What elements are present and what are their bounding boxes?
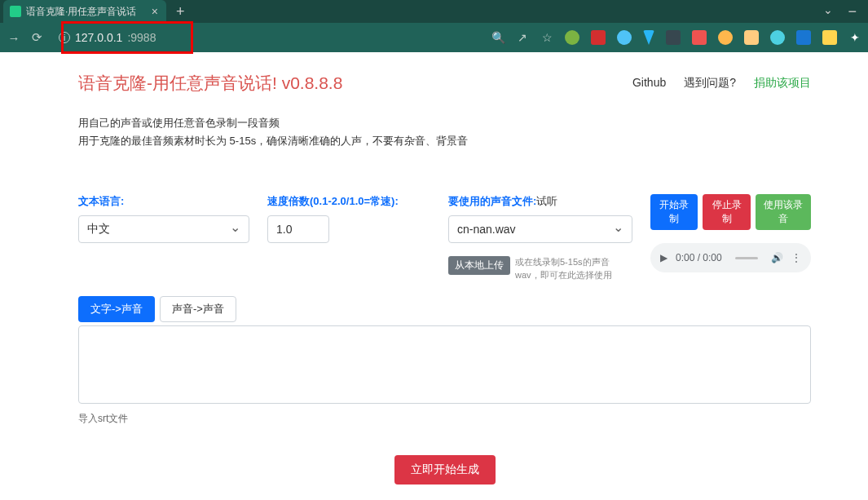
extension-icon-9[interactable] [770,30,785,45]
forward-icon[interactable]: → [7,31,21,45]
form-card: 文本语言: 中文 速度倍数(0.1-2.0/1.0=常速): 要使用的声音文件:… [78,179,811,500]
tab-text-to-voice[interactable]: 文字->声音 [78,296,155,322]
tab-close-icon[interactable]: × [152,5,158,18]
text-input[interactable] [78,325,811,404]
voice-label: 要使用的声音文件:试听 [448,194,632,209]
extension-icon-3[interactable] [617,30,632,45]
window-controls: ⌄ − [823,3,868,20]
upload-row: 从本地上传 或在线录制5-15s的声音wav，即可在此选择使用 [448,256,632,281]
tab-favicon [10,6,21,17]
donate-link[interactable]: 捐助该项目 [754,76,811,91]
page-header: 语音克隆-用任意声音说话! v0.8.8.8 Github 遇到问题? 捐助该项… [78,72,811,95]
browser-tab[interactable]: 语音克隆·用任意声音说话 × [3,0,166,23]
audio-time: 0:00 / 0:00 [676,252,722,263]
record-column: 开始录制 停止录制 使用该录音 ▶ 0:00 / 0:00 🔊 ⋮ [650,194,811,281]
textarea-wrap [78,325,811,407]
extension-icon-5[interactable] [666,30,681,45]
form-row-top: 文本语言: 中文 速度倍数(0.1-2.0/1.0=常速): 要使用的声音文件:… [78,194,811,281]
new-tab-button[interactable]: + [176,3,185,20]
extension-icon-2[interactable] [591,30,606,45]
url-port: :9988 [127,31,156,44]
lang-value: 中文 [87,222,110,237]
url-host: 127.0.0.1 [75,31,122,44]
voice-column: 要使用的声音文件:试听 cn-nan.wav 从本地上传 或在线录制5-15s的… [448,194,632,281]
upload-button[interactable]: 从本地上传 [448,256,510,275]
speed-input[interactable] [267,215,329,243]
window-minimize2-icon[interactable]: − [848,3,857,20]
voice-label-text: 要使用的声音文件: [448,195,536,207]
description-line2: 用于克隆的最佳音频素材时长为 5-15s，确保清晰准确的人声，不要有杂音、背景音 [78,132,811,150]
voice-select[interactable]: cn-nan.wav [448,215,632,243]
extension-icon-10[interactable] [796,30,811,45]
lang-column: 文本语言: 中文 [78,194,249,281]
share-icon[interactable]: ↗ [516,31,529,44]
extension-icon-4[interactable] [643,30,654,45]
voice-preview-link[interactable]: 试听 [536,195,557,207]
lang-label: 文本语言: [78,194,249,209]
audio-track[interactable] [735,257,758,259]
extension-icon-8[interactable] [744,30,759,45]
start-record-button[interactable]: 开始录制 [650,194,698,230]
generate-button[interactable]: 立即开始生成 [394,455,496,485]
speed-label: 速度倍数(0.1-2.0/1.0=常速): [267,194,430,209]
volume-icon[interactable]: 🔊 [771,252,783,263]
tab-voice-to-voice[interactable]: 声音->声音 [160,296,236,322]
faq-link[interactable]: 遇到问题? [684,76,736,91]
play-icon[interactable]: ▶ [660,252,668,263]
star-icon[interactable]: ☆ [540,31,553,44]
address-bar: → ⟳ i 127.0.0.1:9988 🔍 ↗ ☆ ✦ [0,23,868,52]
lang-select[interactable]: 中文 [78,215,249,243]
reload-icon[interactable]: ⟳ [29,30,44,45]
github-link[interactable]: Github [632,76,666,91]
mode-tabs: 文字->声音 声音->声音 [78,296,811,322]
generate-row: 立即开始生成 [78,455,811,485]
stop-record-button[interactable]: 停止录制 [703,194,750,230]
audio-player[interactable]: ▶ 0:00 / 0:00 🔊 ⋮ [650,243,811,272]
extension-icon-7[interactable] [718,30,733,45]
page-title: 语音克隆-用任意声音说话! v0.8.8.8 [78,72,342,95]
upload-hint: 或在线录制5-15s的声音wav，即可在此选择使用 [515,256,632,281]
browser-tab-bar: 语音克隆·用任意声音说话 × + ⌄ − [0,0,868,23]
window-minimize-icon[interactable]: ⌄ [823,3,833,20]
extensions-puzzle-icon[interactable]: ✦ [848,31,861,44]
header-links: Github 遇到问题? 捐助该项目 [632,76,811,91]
speed-column: 速度倍数(0.1-2.0/1.0=常速): [267,194,430,281]
use-record-button[interactable]: 使用该录音 [756,194,811,230]
url-box[interactable]: i 127.0.0.1:9988 [52,28,162,47]
import-srt-link[interactable]: 导入srt文件 [78,412,811,426]
description: 用自己的声音或使用任意音色录制一段音频 用于克隆的最佳音频素材时长为 5-15s… [78,114,811,150]
audio-menu-icon[interactable]: ⋮ [791,252,801,263]
search-icon[interactable]: 🔍 [491,31,504,44]
page-content: 语音克隆-用任意声音说话! v0.8.8.8 Github 遇到问题? 捐助该项… [0,52,868,500]
extension-icon-11[interactable] [822,30,837,45]
description-line1: 用自己的声音或使用任意音色录制一段音频 [78,114,811,132]
record-buttons: 开始录制 停止录制 使用该录音 [650,194,811,230]
extension-icon-6[interactable] [692,30,707,45]
info-icon: i [59,32,70,43]
tab-title: 语音克隆·用任意声音说话 [26,5,147,19]
extension-icon-1[interactable] [565,30,579,45]
voice-value: cn-nan.wav [457,223,516,236]
